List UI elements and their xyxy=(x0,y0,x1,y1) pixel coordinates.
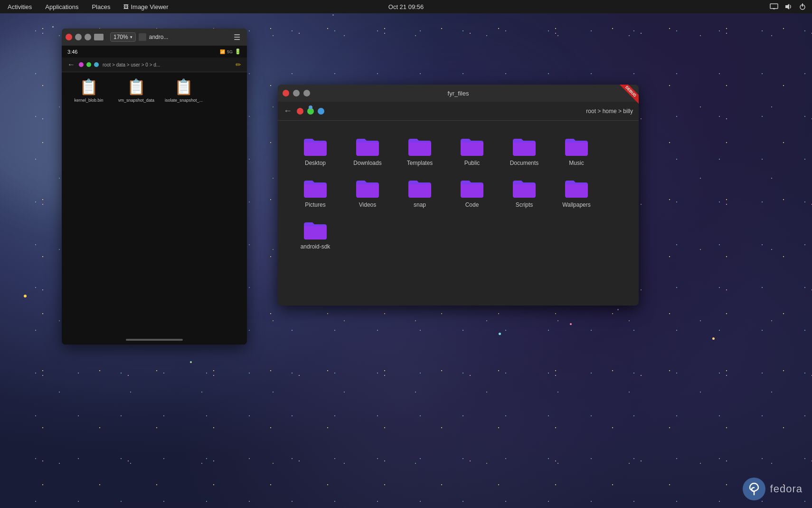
folder-icon-videos xyxy=(355,178,380,199)
file-icon-kernel: 📋 xyxy=(79,78,98,96)
network-icon[interactable] xyxy=(769,2,779,11)
image-viewer-window: ✕ − □ ⬌ 170% ▾ + andro... ☰ 3:46 📶 5G 🔋 … xyxy=(62,29,247,345)
phone-file-name-isolate: isolate_snapshot_... xyxy=(165,98,203,103)
phone-back-button[interactable]: ← xyxy=(67,60,75,69)
fyr-window: ✕ − fyr_files DEBUG ← root > home > bill… xyxy=(278,85,639,306)
phone-signal-label: 5G xyxy=(227,49,233,54)
wallpaper-dot xyxy=(499,333,501,335)
tab-name: andro... xyxy=(149,34,169,40)
phone-dot-1 xyxy=(79,62,84,67)
folder-desktop[interactable]: Desktop xyxy=(289,130,341,172)
folder-label-downloads: Downloads xyxy=(353,160,381,166)
phone-home-indicator xyxy=(126,339,183,341)
fyr-minimize-button[interactable]: − xyxy=(293,90,300,96)
chevron-down-icon: ▾ xyxy=(130,35,132,39)
fedora-icon xyxy=(743,478,765,500)
maximize-button[interactable]: □ xyxy=(85,34,91,40)
audio-icon[interactable] xyxy=(784,2,793,11)
phone-file-name-kernel: kernel_blob.bin xyxy=(74,98,103,103)
wallpaper-dot xyxy=(24,295,27,297)
file-icon-vm: 📋 xyxy=(127,78,146,96)
folder-icon-android-sdk xyxy=(303,220,328,240)
folder-videos[interactable]: Videos xyxy=(341,172,394,214)
topbar-left: Activities Applications Places 🖼 Image V… xyxy=(0,2,170,11)
phone-file-name-vm: vm_snapshot_data xyxy=(118,98,154,103)
phone-time: 3:46 xyxy=(67,49,77,55)
folder-code[interactable]: Code xyxy=(446,172,498,214)
folder-icon-snap xyxy=(407,178,432,199)
fyr-maximize-button[interactable] xyxy=(303,90,310,96)
fyr-dot-red[interactable] xyxy=(297,108,303,115)
folder-icon-pictures xyxy=(303,178,328,199)
wallpaper-dot xyxy=(712,337,715,340)
folder-documents[interactable]: Documents xyxy=(498,130,550,172)
folder-icon-wallpapers xyxy=(564,178,589,199)
folder-snap[interactable]: snap xyxy=(394,172,446,214)
folder-templates[interactable]: Templates xyxy=(394,130,446,172)
fyr-toolbar: ← root > home > billy xyxy=(278,102,639,121)
folder-label-music: Music xyxy=(569,160,584,166)
image-viewer-titlebar: ✕ − □ ⬌ 170% ▾ + andro... ☰ xyxy=(62,29,247,46)
fedora-label: fedora xyxy=(770,483,803,495)
zoom-control[interactable]: 170% ▾ xyxy=(110,32,136,42)
topbar-datetime: Oct 21 09:56 xyxy=(388,3,424,10)
zoom-level: 170% xyxy=(113,34,128,40)
fyr-back-button[interactable]: ← xyxy=(283,106,292,116)
pencil-icon: ✏ xyxy=(236,61,241,68)
topbar-center: Oct 21 09:56 xyxy=(388,3,424,10)
folder-pictures[interactable]: Pictures xyxy=(289,172,341,214)
phone-path: root > data > user > 0 > d... xyxy=(103,62,160,67)
close-button[interactable]: ✕ xyxy=(66,34,72,40)
minimize-button[interactable]: − xyxy=(75,34,82,40)
folder-icon-code xyxy=(460,178,484,199)
folder-icon-music xyxy=(564,136,589,157)
fullscreen-button[interactable]: ⬌ xyxy=(94,34,104,40)
folder-music[interactable]: Music xyxy=(550,130,603,172)
file-icon-isolate: 📋 xyxy=(174,78,193,96)
phone-status-bar: 3:46 📶 5G 🔋 xyxy=(62,46,247,58)
topbar-image-viewer[interactable]: 🖼 Image Viewer xyxy=(122,2,170,11)
phone-file-vm[interactable]: 📋 vm_snapshot_data xyxy=(115,78,158,103)
fyr-titlebar: ✕ − fyr_files DEBUG xyxy=(278,85,639,102)
phone-files: 📋 kernel_blob.bin 📋 vm_snapshot_data 📋 i… xyxy=(62,72,247,335)
svg-marker-3 xyxy=(785,4,789,10)
phone-status-icons: 📶 5G 🔋 xyxy=(220,48,241,55)
folder-icon-documents xyxy=(512,136,537,157)
topbar-right xyxy=(769,2,807,11)
folder-label-desktop: Desktop xyxy=(305,160,326,166)
folder-scripts[interactable]: Scripts xyxy=(498,172,550,214)
debug-badge-container: DEBUG xyxy=(613,85,639,111)
phone-dot-3 xyxy=(94,62,99,67)
topbar-places[interactable]: Places xyxy=(90,2,112,11)
viewer-toolbar: 170% ▾ + andro... xyxy=(106,32,228,42)
folder-label-wallpapers: Wallpapers xyxy=(562,201,591,208)
folder-downloads[interactable]: Downloads xyxy=(341,130,394,172)
wallpaper-dot xyxy=(332,14,334,16)
folder-label-code: Code xyxy=(465,201,479,208)
folder-icon-templates xyxy=(407,136,432,157)
phone-nav-bar: ← root > data > user > 0 > d... ✏ xyxy=(62,58,247,72)
folder-label-snap: snap xyxy=(414,201,426,208)
folder-public[interactable]: Public xyxy=(446,130,498,172)
folder-android-sdk[interactable]: android-sdk xyxy=(289,214,341,256)
topbar-activities[interactable]: Activities xyxy=(6,2,34,11)
phone-file-kernel[interactable]: 📋 kernel_blob.bin xyxy=(67,78,110,103)
add-tab-button[interactable]: + xyxy=(139,33,146,41)
topbar: Activities Applications Places 🖼 Image V… xyxy=(0,0,812,13)
folder-label-videos: Videos xyxy=(359,201,376,208)
svg-rect-0 xyxy=(770,4,778,9)
phone-screen: 3:46 📶 5G 🔋 ← root > data > user > 0 > d… xyxy=(62,46,247,345)
folder-wallpapers[interactable]: Wallpapers xyxy=(550,172,603,214)
fedora-logo: fedora xyxy=(743,478,803,500)
power-icon[interactable] xyxy=(798,2,807,11)
fyr-close-button[interactable]: ✕ xyxy=(283,90,289,96)
menu-button[interactable]: ☰ xyxy=(231,32,243,43)
fyr-dot-blue[interactable] xyxy=(318,108,324,115)
topbar-applications[interactable]: Applications xyxy=(43,2,80,11)
phone-dot-2 xyxy=(86,62,91,67)
folder-icon-scripts xyxy=(512,178,537,199)
phone-battery-icon: 🔋 xyxy=(235,48,241,55)
wallpaper-dot xyxy=(190,361,192,363)
folder-label-pictures: Pictures xyxy=(305,201,325,208)
phone-file-isolate[interactable]: 📋 isolate_snapshot_... xyxy=(162,78,205,103)
